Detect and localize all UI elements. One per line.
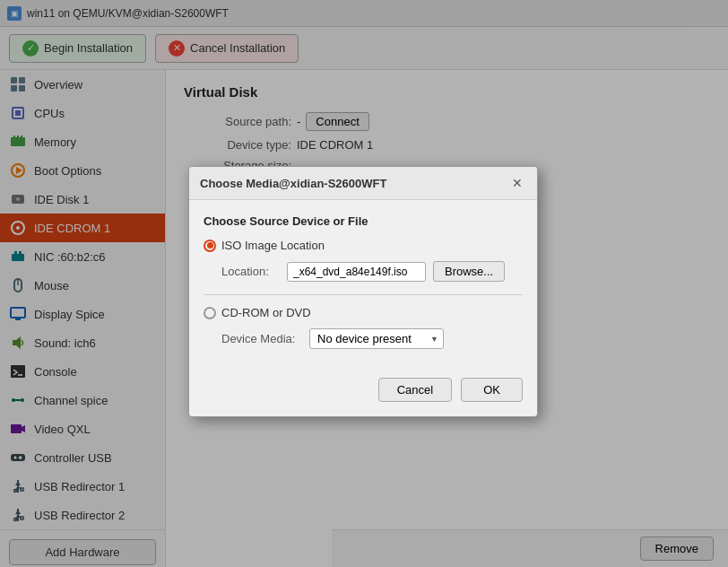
cdrom-radio-option[interactable]: CD-ROM or DVD bbox=[204, 306, 523, 319]
modal-overlay: Choose Media@xidian-S2600WFT ✕ Choose So… bbox=[0, 0, 728, 567]
location-row: Location: Browse... bbox=[221, 261, 523, 282]
location-input[interactable] bbox=[287, 262, 426, 282]
cdrom-radio-button[interactable] bbox=[204, 307, 216, 319]
modal-cancel-button[interactable]: Cancel bbox=[378, 378, 452, 402]
device-media-label: Device Media: bbox=[221, 332, 302, 345]
divider bbox=[204, 294, 523, 295]
device-media-select[interactable]: No device present bbox=[309, 328, 444, 349]
modal-titlebar: Choose Media@xidian-S2600WFT ✕ bbox=[189, 167, 537, 200]
modal-ok-button[interactable]: OK bbox=[461, 378, 523, 402]
choose-media-dialog: Choose Media@xidian-S2600WFT ✕ Choose So… bbox=[188, 166, 538, 417]
modal-body: Choose Source Device or File ISO Image L… bbox=[189, 200, 537, 378]
modal-title: Choose Media@xidian-S2600WFT bbox=[200, 177, 386, 190]
browse-button[interactable]: Browse... bbox=[433, 261, 505, 282]
iso-radio-button[interactable] bbox=[204, 240, 216, 252]
device-media-row: Device Media: No device present bbox=[221, 328, 523, 349]
iso-radio-label: ISO Image Location bbox=[221, 239, 325, 252]
device-media-select-wrapper[interactable]: No device present bbox=[309, 328, 444, 349]
modal-section-title: Choose Source Device or File bbox=[204, 214, 523, 228]
iso-radio-option[interactable]: ISO Image Location bbox=[204, 239, 523, 252]
modal-footer: Cancel OK bbox=[189, 378, 537, 416]
location-label: Location: bbox=[221, 265, 280, 278]
cdrom-radio-label: CD-ROM or DVD bbox=[221, 306, 311, 319]
modal-close-button[interactable]: ✕ bbox=[508, 174, 526, 192]
